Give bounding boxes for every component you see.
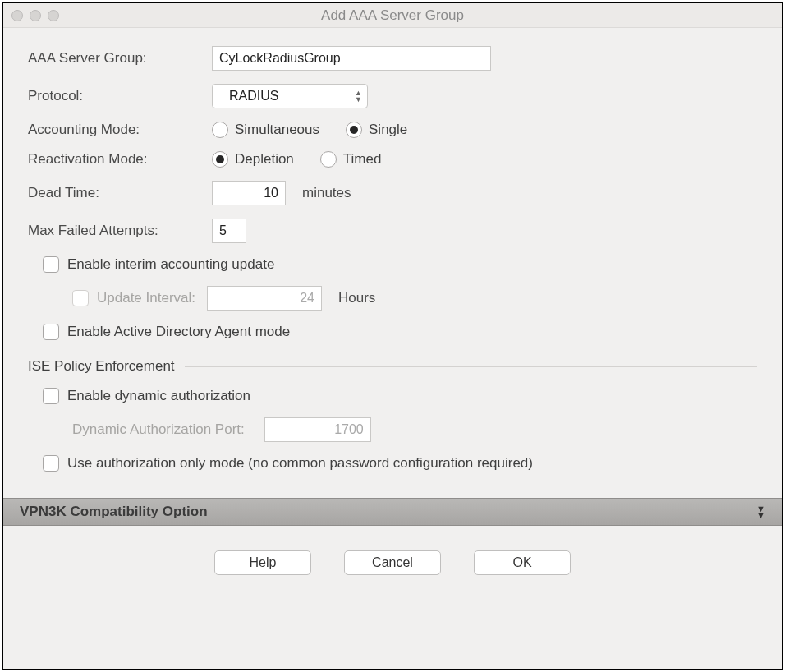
row-enable-dynamic: Enable dynamic authorization	[43, 388, 757, 404]
input-server-group[interactable]	[212, 46, 491, 71]
row-max-failed: Max Failed Attempts:	[28, 219, 757, 243]
label-dead-time: Dead Time:	[28, 185, 200, 201]
ok-button[interactable]: OK	[474, 550, 571, 575]
row-dead-time: Dead Time: minutes	[28, 181, 757, 205]
label-protocol: Protocol:	[28, 88, 200, 104]
label-dyn-port: Dynamic Authorization Port:	[72, 421, 245, 438]
window-controls	[11, 10, 59, 21]
cancel-button[interactable]: Cancel	[344, 550, 441, 575]
row-enable-interim: Enable interim accounting update	[43, 256, 757, 273]
checkbox-update-interval: Update Interval:	[72, 290, 195, 306]
radio-timed-label: Timed	[343, 151, 382, 168]
row-dyn-port: Dynamic Authorization Port:	[72, 417, 757, 442]
checkbox-enable-interim-label: Enable interim accounting update	[67, 256, 274, 273]
radio-single[interactable]: Single	[346, 122, 407, 138]
expander-vpn3k[interactable]: VPN3K Compatibility Option ▼▼	[3, 498, 782, 526]
dialog-content: AAA Server Group: Protocol: RADIUS ▲▼ Ac…	[3, 28, 782, 669]
expander-vpn3k-label: VPN3K Compatibility Option	[20, 504, 208, 520]
checkbox-enable-ad-agent[interactable]: Enable Active Directory Agent mode	[43, 324, 290, 340]
radio-single-label: Single	[369, 122, 407, 138]
radio-depletion[interactable]: Depletion	[212, 151, 294, 168]
maximize-icon[interactable]	[48, 10, 59, 21]
radio-simultaneous[interactable]: Simultaneous	[212, 122, 319, 138]
input-dyn-port	[264, 417, 371, 442]
close-icon[interactable]	[11, 10, 23, 21]
row-server-group: AAA Server Group:	[28, 46, 757, 71]
checkbox-use-auth-only-label: Use authorization only mode (no common p…	[67, 455, 533, 472]
label-reactivation-mode: Reactivation Mode:	[28, 151, 200, 168]
radio-simultaneous-label: Simultaneous	[235, 122, 319, 138]
checkbox-enable-dynamic[interactable]: Enable dynamic authorization	[43, 388, 250, 404]
select-protocol-value: RADIUS	[229, 89, 278, 104]
section-ise-heading: ISE Policy Enforcement	[28, 358, 757, 375]
row-reactivation-mode: Reactivation Mode: Depletion Timed	[28, 151, 757, 168]
window-title: Add AAA Server Group	[3, 7, 782, 24]
help-button[interactable]: Help	[214, 550, 311, 575]
row-enable-ad-agent: Enable Active Directory Agent mode	[43, 324, 757, 340]
checkbox-use-auth-only[interactable]: Use authorization only mode (no common p…	[43, 455, 533, 472]
radio-depletion-label: Depletion	[235, 151, 294, 168]
input-update-interval	[207, 286, 322, 311]
footer-buttons: Help Cancel OK	[28, 539, 757, 588]
radio-timed[interactable]: Timed	[320, 151, 382, 168]
titlebar: Add AAA Server Group	[3, 3, 782, 28]
label-update-interval: Update Interval:	[97, 290, 195, 306]
row-use-auth-only: Use authorization only mode (no common p…	[43, 455, 757, 472]
minimize-icon[interactable]	[30, 10, 41, 21]
label-accounting-mode: Accounting Mode:	[28, 122, 200, 138]
checkbox-enable-dynamic-label: Enable dynamic authorization	[67, 388, 250, 404]
checkbox-enable-interim[interactable]: Enable interim accounting update	[43, 256, 274, 273]
chevron-expand-icon: ▼▼	[756, 505, 765, 518]
unit-update-interval: Hours	[338, 290, 375, 306]
unit-dead-time: minutes	[302, 185, 351, 201]
input-dead-time[interactable]	[212, 181, 286, 205]
dialog-window: Add AAA Server Group AAA Server Group: P…	[2, 2, 783, 670]
checkbox-enable-ad-agent-label: Enable Active Directory Agent mode	[67, 324, 290, 340]
row-accounting-mode: Accounting Mode: Simultaneous Single	[28, 122, 757, 138]
row-protocol: Protocol: RADIUS ▲▼	[28, 84, 757, 108]
select-protocol[interactable]: RADIUS ▲▼	[212, 84, 368, 108]
row-update-interval: Update Interval: Hours	[72, 286, 757, 311]
chevron-updown-icon: ▲▼	[355, 90, 362, 103]
label-max-failed: Max Failed Attempts:	[28, 223, 200, 239]
input-max-failed[interactable]	[212, 219, 246, 243]
ise-heading: ISE Policy Enforcement	[28, 358, 175, 375]
label-server-group: AAA Server Group:	[28, 50, 200, 67]
